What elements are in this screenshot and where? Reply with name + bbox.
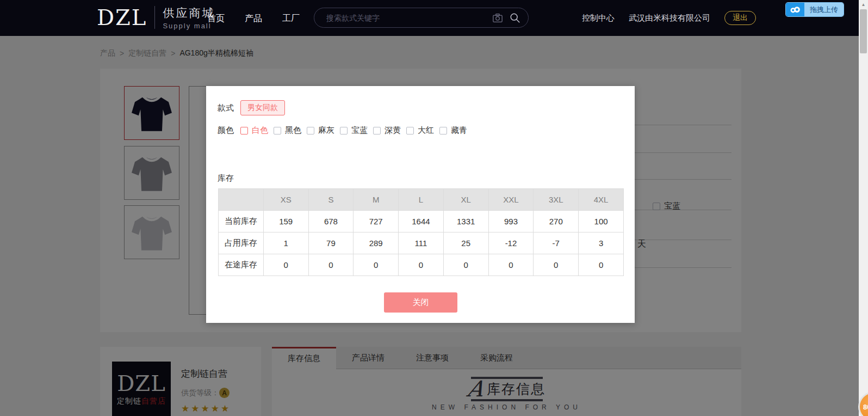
stock-modal: 款式 男女同款 颜色 白色黑色麻灰宝蓝深黄大红藏青 库存 XSSMLXLXXL3… [206,86,635,323]
stock-size-header: 4XL [579,189,624,211]
color-option-label: 麻灰 [318,125,334,136]
color-options: 白色黑色麻灰宝蓝深黄大红藏青 [240,125,473,136]
nav-item-2[interactable]: 工厂 [282,13,300,25]
color-option-label: 大红 [418,125,434,136]
table-row: 在途库存00000000 [219,254,624,276]
nav-item-0[interactable]: 首页 [207,13,225,25]
search-icon[interactable] [510,13,520,23]
stock-value-cell: 678 [308,211,354,233]
stock-size-header: XS [263,189,308,211]
style-unisex-tag[interactable]: 男女同款 [240,100,285,115]
close-modal-button[interactable]: 关闭 [384,292,457,313]
nav-item-1[interactable]: 产品 [245,13,262,25]
stock-value-cell: 0 [308,254,354,276]
stock-value-cell: 1 [263,233,308,254]
color-option-label: 深黄 [385,125,401,136]
color-option-6[interactable]: 藏青 [439,125,473,136]
checkbox-icon[interactable] [373,127,381,134]
cloud-drive-icon [786,3,804,16]
checkbox-icon[interactable] [340,127,348,134]
logo-mark: DZL [97,4,147,30]
stock-value-cell: 727 [354,211,399,233]
color-option-2[interactable]: 麻灰 [307,125,340,136]
drag-upload-button[interactable]: 拖拽上传 [786,3,844,16]
color-option-label: 宝蓝 [351,125,368,136]
stock-value-cell: 0 [399,254,444,276]
stock-header-empty-cell [219,189,264,211]
search-box [314,8,529,28]
style-label: 款式 [218,103,234,113]
checkbox-icon[interactable] [240,127,248,134]
stock-value-cell: 270 [534,211,579,233]
drag-upload-label: 拖拽上传 [804,3,844,16]
stock-row-label: 占用库存 [219,233,264,254]
color-option-0[interactable]: 白色 [240,125,274,136]
stock-value-cell: 3 [579,233,624,254]
stock-value-cell: 111 [399,233,444,254]
scroll-up-arrow-icon[interactable]: ▲ [859,0,868,9]
checkbox-icon[interactable] [307,127,314,134]
control-center-link[interactable]: 控制中心 [582,13,615,23]
stock-value-cell: 1331 [443,211,488,233]
checkbox-icon[interactable] [274,127,281,134]
search-input[interactable] [314,14,492,22]
site-logo[interactable]: DZL 供应商城 Supply mall [97,4,215,30]
stock-row-label: 当前库存 [219,211,264,233]
stock-row-label: 在途库存 [219,254,264,276]
page-scrollbar[interactable]: ▲ [859,0,868,416]
color-option-label: 白色 [252,125,268,136]
color-option-5[interactable]: 大红 [406,125,439,136]
stock-size-header: 3XL [534,189,579,211]
stock-value-cell: 0 [263,254,308,276]
stock-value-cell: 0 [354,254,399,276]
company-name-link[interactable]: 武汉由米科技有限公司 [629,13,710,23]
stock-label: 库存 [218,173,234,183]
stock-value-cell: 0 [443,254,488,276]
stock-value-cell: 0 [534,254,579,276]
stock-value-cell: -12 [488,233,534,254]
stock-value-cell: 79 [308,233,354,254]
color-option-4[interactable]: 深黄 [373,125,406,136]
stock-table-body: 当前库存15967872716441331993270100占用库存179289… [219,211,624,276]
camera-icon[interactable] [492,13,503,23]
logo-divider [154,6,155,29]
color-option-3[interactable]: 宝蓝 [340,125,373,136]
stock-size-header: M [354,189,399,211]
logout-button[interactable]: 退出 [724,11,756,25]
stock-table: XSSMLXLXXL3XL4XL 当前库存1596787271644133199… [218,188,624,276]
checkbox-icon[interactable] [406,127,414,134]
header-nav: 首页产品工厂 [207,13,300,25]
stock-size-header: L [399,189,444,211]
stock-size-header: S [308,189,354,211]
color-option-label: 黑色 [285,125,301,136]
table-row: 占用库存17928911125-12-73 [219,233,624,254]
scrollbar-thumb[interactable] [860,9,867,53]
table-row: 当前库存15967872716441331993270100 [219,211,624,233]
stock-table-header-row: XSSMLXLXXL3XL4XL [219,189,624,211]
stock-value-cell: -7 [534,233,579,254]
color-option-label: 藏青 [451,125,467,136]
stock-value-cell: 159 [263,211,308,233]
stock-value-cell: 0 [488,254,534,276]
top-navbar: DZL 供应商城 Supply mall 首页产品工厂 [0,0,868,36]
stock-value-cell: 0 [579,254,624,276]
stock-value-cell: 289 [354,233,399,254]
color-option-1[interactable]: 黑色 [274,125,307,136]
stock-size-header: XL [443,189,488,211]
stock-size-header: XXL [488,189,534,211]
stock-value-cell: 993 [488,211,534,233]
checkbox-icon[interactable] [439,127,447,134]
stock-value-cell: 1644 [399,211,444,233]
color-label: 颜色 [218,125,234,136]
stock-value-cell: 100 [579,211,624,233]
stock-value-cell: 25 [443,233,488,254]
